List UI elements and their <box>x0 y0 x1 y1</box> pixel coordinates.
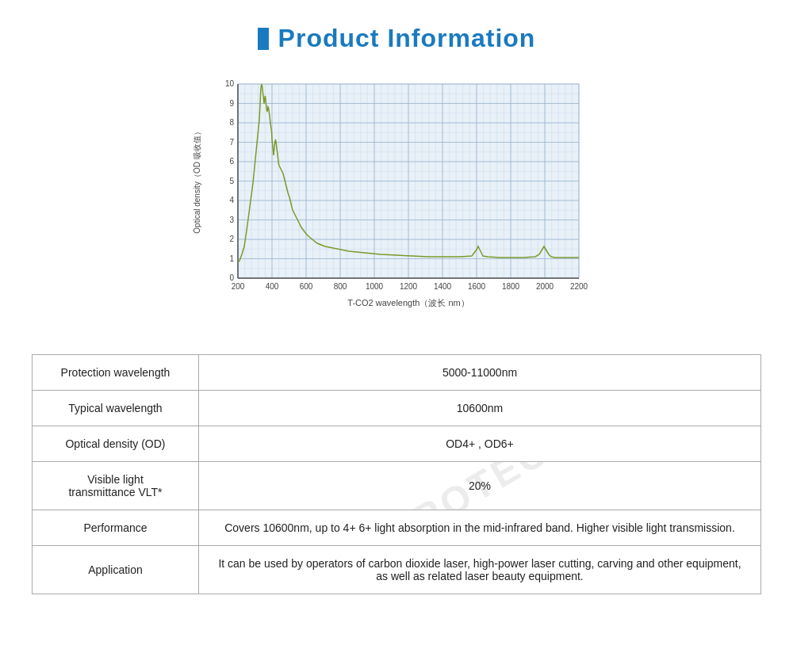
chart-svg: 0 1 2 3 4 5 6 7 8 9 10 200 400 600 800 1… <box>190 72 603 326</box>
table-label-cell: Optical density (OD) <box>33 426 199 462</box>
table-row: Visible lighttransmittance VLT*PROTECT20… <box>33 462 761 510</box>
table-row: Typical wavelength10600nm <box>33 391 761 426</box>
table-label-cell: Visible lighttransmittance VLT* <box>33 462 199 510</box>
svg-text:400: 400 <box>266 282 279 291</box>
chart-wrapper: 0 1 2 3 4 5 6 7 8 9 10 200 400 600 800 1… <box>190 72 603 326</box>
table-value-cell: It can be used by operators of carbon di… <box>199 546 761 594</box>
table-row: PerformanceCovers 10600nm, up to 4+ 6+ l… <box>33 510 761 546</box>
svg-text:2: 2 <box>229 235 234 243</box>
svg-text:4: 4 <box>229 196 234 204</box>
table-row: ApplicationIt can be used by operators o… <box>33 546 761 594</box>
svg-text:8: 8 <box>229 118 234 127</box>
svg-text:T-CO2 wavelength（波长 nm）: T-CO2 wavelength（波长 nm） <box>347 298 469 307</box>
cell-value: OD4+ , OD6+ <box>212 437 748 450</box>
table-row: Protection wavelength5000-11000nm <box>33 355 761 391</box>
svg-text:1600: 1600 <box>468 282 486 291</box>
table-label-cell: Application <box>33 546 199 594</box>
svg-text:2200: 2200 <box>570 282 588 291</box>
table-value-cell: 5000-11000nm <box>199 355 761 391</box>
cell-value: 5000-11000nm <box>212 366 748 379</box>
svg-text:800: 800 <box>334 282 347 291</box>
svg-text:5: 5 <box>229 177 234 185</box>
svg-text:1200: 1200 <box>400 282 418 291</box>
cell-value: It can be used by operators of carbon di… <box>212 557 748 582</box>
chart-container: 0 1 2 3 4 5 6 7 8 9 10 200 400 600 800 1… <box>32 72 761 326</box>
svg-text:200: 200 <box>232 282 245 291</box>
svg-text:10: 10 <box>225 79 235 88</box>
svg-text:1000: 1000 <box>366 282 384 291</box>
cell-value: 20% <box>212 479 748 492</box>
svg-text:3: 3 <box>229 216 234 224</box>
table-value-cell: PROTECT20% <box>199 462 761 510</box>
table-label-cell: Typical wavelength <box>33 391 199 426</box>
page-title: Product Information <box>278 24 536 53</box>
header-section: Product Information <box>32 24 761 53</box>
svg-text:0: 0 <box>229 273 234 282</box>
svg-text:1400: 1400 <box>434 282 452 291</box>
title-accent-square <box>258 28 269 50</box>
svg-text:6: 6 <box>229 157 234 166</box>
table-value-cell: OD4+ , OD6+ <box>199 426 761 462</box>
svg-text:2000: 2000 <box>536 282 554 291</box>
table-value-cell: 10600nm <box>199 391 761 426</box>
svg-text:9: 9 <box>229 99 234 108</box>
svg-text:Optical density（OD 吸收值）: Optical density（OD 吸收值） <box>193 128 201 233</box>
cell-value: 10600nm <box>212 402 748 414</box>
svg-text:7: 7 <box>229 138 234 147</box>
table-value-cell: Covers 10600nm, up to 4+ 6+ light absorp… <box>199 510 761 546</box>
table-row: Optical density (OD)OD4+ , OD6+ <box>33 426 761 462</box>
table-label-cell: Protection wavelength <box>33 355 199 391</box>
info-table: Protection wavelength5000-11000nmTypical… <box>32 354 761 594</box>
cell-value: Covers 10600nm, up to 4+ 6+ light absorp… <box>212 521 748 534</box>
table-label-cell: Performance <box>33 510 199 546</box>
svg-text:1: 1 <box>229 254 234 263</box>
svg-text:1800: 1800 <box>502 282 520 291</box>
svg-text:600: 600 <box>300 282 313 291</box>
